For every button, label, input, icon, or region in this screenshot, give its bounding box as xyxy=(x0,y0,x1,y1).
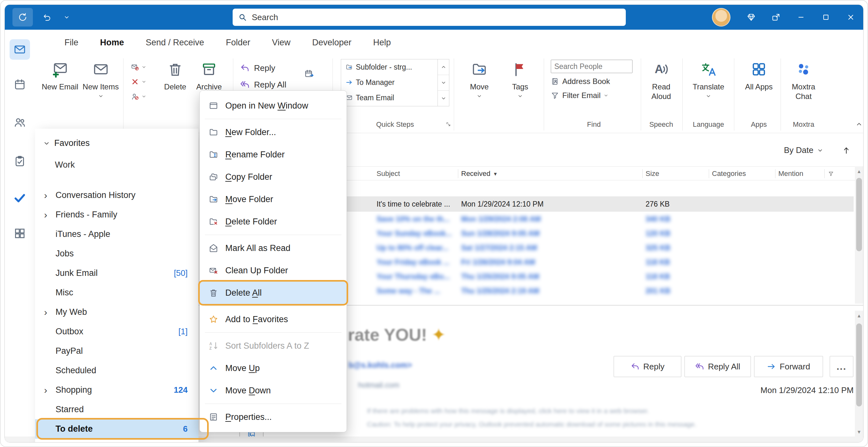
favorites-header[interactable]: Favorites xyxy=(43,138,90,148)
folder-item-conversation-history[interactable]: ›Conversation History xyxy=(35,185,198,205)
undo-button[interactable] xyxy=(38,8,56,27)
email-row-7[interactable]: Some way - The ...Thu 1/25/2024 2:19 AM2… xyxy=(346,284,854,298)
folder-item-scheduled[interactable]: Scheduled xyxy=(35,361,198,380)
quick-steps-scroll-down[interactable] xyxy=(438,75,449,91)
move-button[interactable]: Move xyxy=(463,58,495,130)
collapse-ribbon-button[interactable] xyxy=(852,118,864,130)
scroll-down-arrow[interactable]: ▼ xyxy=(855,427,863,437)
folder-item-jobs[interactable]: Jobs xyxy=(35,244,198,263)
expand-chevron-icon[interactable]: › xyxy=(44,380,56,400)
quick-step-team-email[interactable]: Team Email xyxy=(341,90,437,106)
quick-steps-more[interactable] xyxy=(438,91,449,106)
reading-reply-all-button[interactable]: Reply All xyxy=(684,356,751,377)
reading-scrollbar[interactable]: ▲ ▼ xyxy=(855,311,863,437)
reading-forward-button[interactable]: Forward xyxy=(754,356,823,377)
all-apps-button[interactable]: All Apps xyxy=(742,58,775,130)
block-sender-button[interactable] xyxy=(128,89,159,104)
tab-developer[interactable]: Developer xyxy=(303,33,361,51)
delete-button[interactable]: Delete xyxy=(159,58,191,130)
filter-email-button[interactable]: Filter Email xyxy=(551,89,608,102)
dialog-launcher-icon[interactable] xyxy=(445,121,451,127)
tab-folder[interactable]: Folder xyxy=(216,33,260,51)
scroll-up-arrow[interactable]: ▲ xyxy=(855,311,863,320)
rail-tasks-button[interactable] xyxy=(9,151,30,172)
ignore-button[interactable] xyxy=(128,60,159,74)
undo-icon xyxy=(42,13,51,22)
quick-access-chevron-button[interactable] xyxy=(60,8,74,27)
tab-file[interactable]: File xyxy=(55,33,88,51)
new-items-button[interactable]: New Items xyxy=(82,58,119,130)
more-actions-button[interactable]: ... xyxy=(830,356,853,377)
premium-button[interactable] xyxy=(739,5,764,30)
rail-todo-button[interactable] xyxy=(9,187,30,208)
tab-send-receive[interactable]: Send / Receive xyxy=(136,33,214,51)
menu-item-clean-up-folder[interactable]: Clean Up Folder xyxy=(200,259,347,281)
menu-item-new-folder[interactable]: New Folder... xyxy=(200,121,347,143)
scrollbar-thumb[interactable] xyxy=(856,178,862,251)
pop-out-button[interactable] xyxy=(764,5,788,30)
menu-item-move-up[interactable]: Move Up xyxy=(200,357,347,379)
menu-item-delete-folder[interactable]: Delete Folder xyxy=(200,210,347,233)
favorite-item-work[interactable]: Work xyxy=(55,160,75,170)
sync-button[interactable] xyxy=(12,8,33,27)
tab-view[interactable]: View xyxy=(262,33,300,51)
rail-more-apps-button[interactable] xyxy=(9,223,30,244)
menu-item-open-in-new-window[interactable]: Open in New Window xyxy=(200,94,347,117)
address-book-button[interactable]: Address Book xyxy=(551,75,610,88)
folder-item-itunes-apple[interactable]: iTunes - Apple xyxy=(35,225,198,244)
scrollbar-thumb[interactable] xyxy=(856,323,862,407)
rail-people-button[interactable] xyxy=(9,112,30,132)
read-aloud-button[interactable]: Read Aloud xyxy=(645,58,677,130)
menu-item-delete-all[interactable]: Delete All xyxy=(200,281,347,304)
close-button[interactable] xyxy=(838,5,863,30)
folder-item-outbox[interactable]: Outbox[1] xyxy=(35,322,198,341)
search-input[interactable] xyxy=(251,12,570,23)
tab-home[interactable]: Home xyxy=(91,33,134,51)
email-row-2[interactable]: Save 10% on the th...Mon 1/29/2024 2:08 … xyxy=(346,212,854,226)
rail-mail-button[interactable] xyxy=(9,39,30,60)
menu-item-move-down[interactable]: Move Down xyxy=(200,379,347,402)
reading-reply-button[interactable]: Reply xyxy=(614,356,681,377)
quick-step-to-manager[interactable]: To Manager xyxy=(341,75,437,90)
menu-item-properties[interactable]: Properties... xyxy=(200,406,347,428)
expand-chevron-icon[interactable]: › xyxy=(44,205,56,225)
moxtra-chat-button[interactable]: Moxtra Chat xyxy=(787,58,820,130)
folder-item-shopping[interactable]: ›Shopping124 xyxy=(35,380,198,400)
tab-help[interactable]: Help xyxy=(364,33,401,51)
quick-step-subfolder-strg[interactable]: Subfolder - strg... xyxy=(341,59,437,75)
expand-chevron-icon[interactable]: › xyxy=(44,302,56,322)
folder-item-friends-family[interactable]: ›Friends - Family xyxy=(35,205,198,225)
search-bar[interactable] xyxy=(232,9,626,26)
menu-item-move-folder[interactable]: Move Folder xyxy=(200,188,347,210)
folder-item-my-web[interactable]: ›My Web xyxy=(35,302,198,322)
rail-calendar-button[interactable] xyxy=(9,74,30,95)
scroll-up-arrow[interactable]: ▲ xyxy=(855,166,863,176)
folder-item-paypal[interactable]: PayPal xyxy=(35,341,198,361)
junk-button[interactable] xyxy=(128,74,159,89)
meeting-button[interactable] xyxy=(302,67,316,82)
email-row-6[interactable]: Your Thursday eBo...Thu 1/25/2024 9:05 A… xyxy=(346,269,854,284)
user-avatar[interactable] xyxy=(712,8,731,27)
folder-item-junk-email[interactable]: Junk Email[50] xyxy=(35,263,198,283)
search-people-input[interactable] xyxy=(551,60,632,73)
email-row-4[interactable]: Up to 80% off clear...Sat 1/27/2024 2:15… xyxy=(346,240,854,255)
menu-item-sort-subfolders-a-to-z[interactable]: Sort Subfolders A to Z xyxy=(200,335,347,357)
email-row-3[interactable]: Your Sunday eBook...Sun 1/28/2024 9:05 A… xyxy=(346,226,854,240)
menu-item-mark-all-as-read[interactable]: Mark All as Read xyxy=(200,237,347,259)
translate-button[interactable]: Translate xyxy=(692,58,725,130)
new-email-button[interactable]: New Email xyxy=(41,58,79,130)
minimize-button[interactable] xyxy=(788,5,813,30)
quick-steps-scroll-up[interactable] xyxy=(438,59,449,75)
folder-item-to-delete[interactable]: To delete6 xyxy=(35,419,198,439)
menu-item-rename-folder[interactable]: Rename Folder xyxy=(200,143,347,166)
folder-item-misc[interactable]: Misc xyxy=(35,283,198,302)
email-row-5[interactable]: Your Friday eBook ...Fri 1/26/2024 9:04 … xyxy=(346,255,854,269)
expand-chevron-icon[interactable]: › xyxy=(44,185,56,205)
maximize-button[interactable] xyxy=(813,5,838,30)
email-row-1[interactable]: It's time to celebrate ...Mon 1/29/2024 … xyxy=(346,196,854,212)
menu-item-copy-folder[interactable]: Copy Folder xyxy=(200,166,347,188)
menu-item-add-to-favorites[interactable]: Add to Favorites xyxy=(200,308,347,330)
tags-button[interactable]: Tags xyxy=(504,58,536,130)
list-scrollbar[interactable]: ▲ xyxy=(855,166,863,304)
folder-item-starred[interactable]: Starred xyxy=(35,400,198,419)
